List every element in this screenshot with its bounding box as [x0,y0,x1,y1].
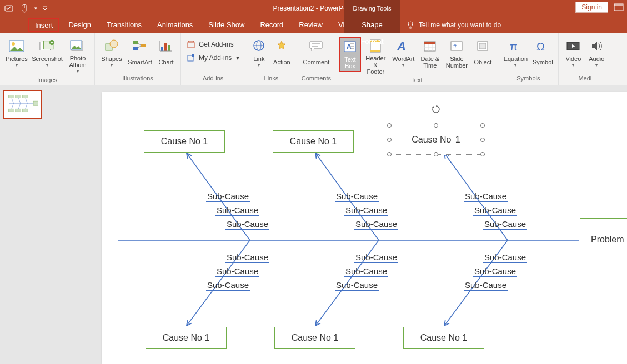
screenshot-button[interactable]: Screenshot▾ [31,37,63,71]
subcause-label[interactable]: Sub-Cause [335,191,379,202]
subcause-label[interactable]: Sub-Cause [483,252,527,263]
chart-button[interactable]: Chart [155,37,177,71]
slide-editor[interactable]: Cause No 1 Cause No 1 Cause No 1 Sub-Cau… [46,85,627,364]
wordart-icon: A [395,38,411,54]
tab-review[interactable]: Review [291,17,330,33]
object-icon [475,38,490,54]
wordart-button[interactable]: A WordArt▾ [390,37,417,71]
svg-rect-23 [168,45,170,51]
audio-button[interactable]: Audio▾ [585,37,608,71]
subcause-label[interactable]: Sub-Cause [344,205,388,216]
group-label-images: Images [3,77,91,85]
group-label-media: Medi [562,75,608,85]
slide-thumbnail-1[interactable] [3,90,42,119]
chevron-down-icon[interactable]: ▾ [34,6,37,11]
svg-rect-65 [22,95,28,98]
subcause-label[interactable]: Sub-Cause [215,205,259,216]
addins-icon [187,53,195,62]
cause-box-2[interactable]: Cause No 1 [273,130,354,153]
smartart-icon [132,38,148,54]
my-addins-button[interactable]: My Add-ins ▾ [184,52,242,63]
comment-button[interactable]: Comment [300,37,332,71]
subcause-label[interactable]: Sub-Cause [464,191,508,202]
ribbon-tabs: File Insert Design Transitions Animation… [0,17,627,33]
selected-text-box[interactable]: Cause No 1 [389,125,483,155]
subcause-label[interactable]: Sub-Cause [473,205,517,216]
group-addins: Get Add-ins My Add-ins ▾ Add-ins [181,33,245,85]
slide-thumbnails-panel[interactable] [0,85,46,364]
problem-statement-box[interactable]: Problem Statement [580,218,627,261]
touch-mouse-mode-icon[interactable] [19,3,30,14]
subcause-label[interactable]: Sub-Cause [206,191,250,202]
cause-box-4[interactable]: Cause No 1 [146,327,227,349]
store-icon [187,40,195,49]
svg-rect-68 [22,109,28,112]
date-time-button[interactable]: Date & Time [418,37,442,71]
workspace: Cause No 1 Cause No 1 Cause No 1 Sub-Cau… [0,85,627,364]
qat-customize-icon[interactable] [42,3,48,14]
svg-text:π: π [510,41,518,53]
subcause-label[interactable]: Sub-Cause [206,280,250,291]
svg-rect-67 [16,109,21,112]
tab-insert[interactable]: Insert [28,18,60,32]
svg-text:A: A [397,39,406,53]
autosave-toggle-icon[interactable] [3,3,14,14]
svg-line-19 [138,43,141,46]
tab-slideshow[interactable]: Slide Show [200,17,252,33]
subcause-label[interactable]: Sub-Cause [225,252,269,263]
symbol-icon: Ω [535,38,550,54]
subcause-label[interactable]: Sub-Cause [225,219,269,230]
lightbulb-icon [407,21,414,29]
tab-record[interactable]: Record [252,17,291,33]
object-button[interactable]: Object [471,37,494,71]
subcause-label[interactable]: Sub-Cause [354,252,398,263]
tell-me-placeholder: Tell me what you want to do [419,21,501,29]
text-box-button[interactable]: A Text Box [339,37,361,72]
subcause-label[interactable]: Sub-Cause [354,219,398,230]
ribbon-display-options-icon[interactable] [614,3,624,11]
tab-animations[interactable]: Animations [149,17,200,33]
svg-rect-3 [614,4,623,6]
equation-button[interactable]: π Equation▾ [501,37,529,71]
subcause-label[interactable]: Sub-Cause [464,280,508,291]
sign-in-button[interactable]: Sign in [575,2,608,13]
symbol-button[interactable]: Ω Symbol [530,37,555,71]
tab-shape-format[interactable]: Shape Format [344,17,400,33]
pictures-button[interactable]: Pictures▾ [3,37,30,71]
svg-rect-44 [424,42,435,44]
subcause-label[interactable]: Sub-Cause [473,266,517,277]
get-addins-button[interactable]: Get Add-ins [184,39,242,50]
subcause-label[interactable]: Sub-Cause [344,266,388,277]
group-links: Link▾ Action Links [245,33,297,85]
link-button[interactable]: Link▾ [249,37,269,71]
tell-me-search[interactable]: Tell me what you want to do [407,21,501,29]
svg-rect-17 [133,47,138,50]
tab-design[interactable]: Design [61,17,98,33]
group-label-links: Links [249,75,293,85]
tab-transitions[interactable]: Transitions [99,17,149,33]
svg-point-8 [12,42,15,46]
slide-number-button[interactable]: # Slide Number [443,37,470,71]
subcause-label[interactable]: Sub-Cause [335,280,379,291]
audio-icon [589,38,604,54]
rotate-handle-icon[interactable] [431,104,441,114]
shapes-button[interactable]: Shapes▾ [98,37,125,71]
svg-rect-22 [164,43,167,51]
svg-rect-63 [8,95,14,98]
action-button[interactable]: Action [270,37,293,71]
cause-box-6[interactable]: Cause No 1 [403,327,484,349]
slide-number-icon: # [449,38,464,54]
chart-icon [158,38,174,54]
subcause-label[interactable]: Sub-Cause [215,266,259,277]
slide-canvas[interactable]: Cause No 1 Cause No 1 Cause No 1 Sub-Cau… [102,92,627,364]
smartart-button[interactable]: SmartArt [126,37,154,71]
svg-rect-28 [192,54,194,57]
cause-box-1[interactable]: Cause No 1 [144,130,225,153]
cause-box-5[interactable]: Cause No 1 [274,327,355,349]
video-button[interactable]: Video▾ [562,37,584,71]
equation-icon: π [508,38,523,54]
svg-point-4 [408,22,413,26]
svg-line-20 [138,46,141,48]
photo-album-button[interactable]: Photo Album▾ [64,37,91,77]
subcause-label[interactable]: Sub-Cause [483,219,527,230]
